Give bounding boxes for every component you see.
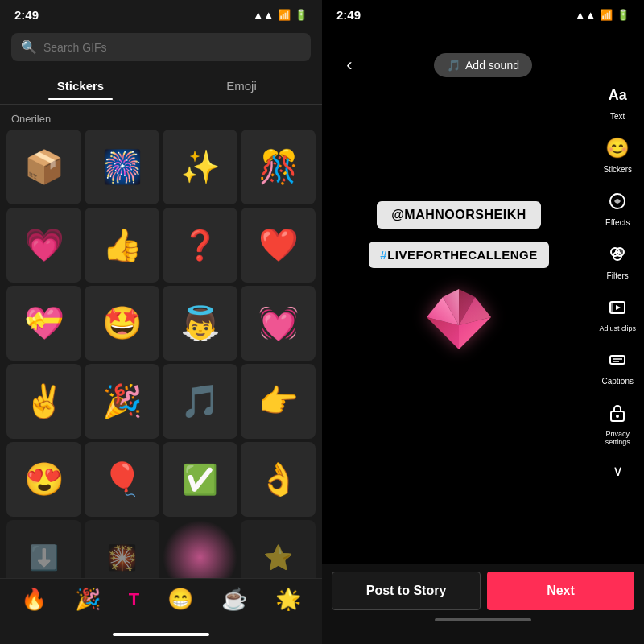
emoji-party[interactable]: 🎉 <box>75 587 101 612</box>
svg-point-10 <box>616 415 619 418</box>
sticker-item[interactable]: 👉 <box>241 364 316 439</box>
sticker-item[interactable]: ❤️ <box>241 208 316 283</box>
bottom-actions: Post to Story Next <box>322 564 644 644</box>
tab-stickers[interactable]: Stickers <box>0 72 161 99</box>
tool-adjust-clips-label: Adjust clips <box>599 324 636 332</box>
tool-effects-label: Effects <box>605 218 630 227</box>
sticker-item[interactable]: 📦 <box>6 130 81 204</box>
music-icon: 🎵 <box>447 59 460 72</box>
left-panel: 2:49 ▲▲ 📶 🔋 🔍 Stickers Emoji Önerilen 📦 … <box>0 0 322 644</box>
sticker-item[interactable]: 💝 <box>6 286 81 361</box>
sticker-item[interactable]: 💗 <box>6 208 81 283</box>
privacy-settings-icon <box>603 398 632 427</box>
heart-sticker[interactable] <box>415 281 503 378</box>
tool-filters-label: Filters <box>607 271 629 280</box>
left-status-icons: ▲▲ 📶 🔋 <box>253 9 308 21</box>
emoji-coffee[interactable]: ☕ <box>221 587 247 612</box>
sticker-item[interactable]: 🎊 <box>241 130 316 204</box>
sticker-item[interactable]: 💓 <box>241 286 316 361</box>
emoji-laugh[interactable]: 😁 <box>167 587 193 612</box>
left-time: 2:49 <box>14 8 39 22</box>
search-input[interactable] <box>43 41 301 54</box>
bottom-emoji-bar: 🔥 🎉 T 😁 ☕ 🌟 <box>0 578 322 628</box>
tool-captions-label: Captions <box>602 377 634 386</box>
tabs-container: Stickers Emoji <box>0 68 322 105</box>
sticker-item[interactable]: ⭐ <box>241 520 316 578</box>
sticker-item[interactable]: 😍 <box>6 442 81 517</box>
sticker-item[interactable]: 🎵 <box>163 364 237 439</box>
emoji-star[interactable]: 🌟 <box>275 587 301 612</box>
sticker-item[interactable]: 🎆 <box>85 130 159 204</box>
stickers-icon: 😊 <box>603 134 632 163</box>
next-button[interactable]: Next <box>487 572 634 610</box>
sticker-item[interactable]: ⬇️ <box>6 520 81 578</box>
tool-privacy-settings[interactable]: Privacysettings <box>603 398 632 446</box>
search-icon: 🔍 <box>21 39 37 55</box>
right-panel: 2:49 ▲▲ 📶 🔋 ‹ 🎵 Add sound Aa Text 😊 Stic… <box>322 0 644 644</box>
sticker-item[interactable]: 🎇 <box>85 520 159 578</box>
sticker-item[interactable]: ❓ <box>163 208 237 283</box>
sticker-item[interactable]: ✌️ <box>6 364 81 439</box>
adjust-clips-icon <box>603 293 632 322</box>
action-buttons: Post to Story Next <box>332 572 634 610</box>
left-status-bar: 2:49 ▲▲ 📶 🔋 <box>0 0 322 27</box>
right-toolbar: ‹ 🎵 Add sound <box>322 44 644 86</box>
tab-emoji[interactable]: Emoji <box>161 72 322 99</box>
svg-rect-6 <box>610 356 625 364</box>
tool-text-label: Text <box>610 112 625 121</box>
search-bar[interactable]: 🔍 <box>11 33 311 61</box>
tool-privacy-label: Privacysettings <box>605 430 630 446</box>
sticker-item[interactable]: 👼 <box>163 286 237 361</box>
hashtag-tag[interactable]: #LIVEFORTHECALLENGE <box>369 242 548 268</box>
chevron-down-icon[interactable]: ∨ <box>613 462 623 480</box>
home-indicator-right <box>435 618 531 621</box>
emoji-fire[interactable]: 🔥 <box>21 587 47 612</box>
sticker-item[interactable]: 🤩 <box>85 286 159 361</box>
sticker-item[interactable]: 👌 <box>241 442 316 517</box>
filters-icon <box>603 240 632 269</box>
sticker-item[interactable] <box>163 520 237 578</box>
add-sound-button[interactable]: 🎵 Add sound <box>434 53 532 77</box>
right-status-icons: ▲▲ 📶 🔋 <box>575 9 630 21</box>
tool-stickers[interactable]: 😊 Stickers <box>603 134 632 174</box>
right-status-bar: 2:49 ▲▲ 📶 🔋 <box>322 0 644 27</box>
emoji-text[interactable]: T <box>129 589 139 610</box>
tool-captions[interactable]: Captions <box>602 345 634 386</box>
video-content: @MAHNOORSHEIKH #LIVEFORTHECALLENGE <box>322 0 596 580</box>
mention-tag[interactable]: @MAHNOORSHEIKH <box>377 201 541 229</box>
sticker-item[interactable]: 🎈 <box>85 442 159 517</box>
tool-filters[interactable]: Filters <box>603 240 632 280</box>
sticker-item[interactable]: ✨ <box>163 130 237 204</box>
text-icon: Aa <box>603 80 632 109</box>
sticker-item[interactable]: ✅ <box>163 442 237 517</box>
captions-icon <box>603 345 632 374</box>
sticker-item[interactable]: 🎉 <box>85 364 159 439</box>
post-to-story-button[interactable]: Post to Story <box>332 572 481 610</box>
section-label: Önerilen <box>0 105 322 130</box>
tool-adjust-clips[interactable]: Adjust clips <box>599 293 636 332</box>
tool-stickers-label: Stickers <box>603 165 632 174</box>
stickers-grid: 📦 🎆 ✨ 🎊 💗 👍 ❓ ❤️ 💝 🤩 👼 💓 ✌️ 🎉 🎵 👉 😍 🎈 ✅ … <box>0 130 322 578</box>
svg-rect-5 <box>610 302 613 313</box>
sticker-item[interactable]: 👍 <box>85 208 159 283</box>
side-tools: Aa Text 😊 Stickers Effects <box>599 80 636 480</box>
back-button[interactable]: ‹ <box>335 51 364 80</box>
tool-text[interactable]: Aa Text <box>603 80 632 121</box>
right-time: 2:49 <box>336 8 361 22</box>
home-indicator <box>113 633 209 636</box>
effects-icon <box>603 187 632 216</box>
tool-effects[interactable]: Effects <box>603 187 632 227</box>
